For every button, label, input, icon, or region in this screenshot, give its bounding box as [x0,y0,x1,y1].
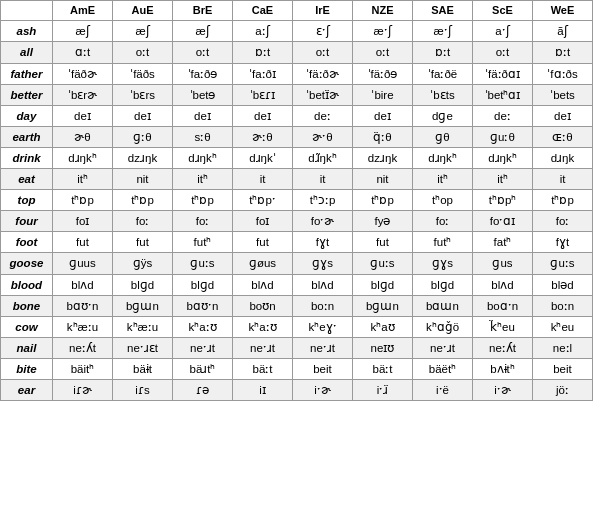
table-row: eatitʰnititʰititnititʰitʰit [1,169,593,190]
phonetic-cell: ɚˑθ [293,126,353,147]
word-cell: nail [1,337,53,358]
phonetic-cell: bɡɯn [113,295,173,316]
word-cell: four [1,211,53,232]
word-cell: drink [1,147,53,168]
dialect-header-NZE: NZE [353,1,413,21]
phonetic-cell: blɡd [413,274,473,295]
word-cell: eat [1,169,53,190]
phonetic-cell: ˈbɛts [413,84,473,105]
phonetic-cell: ɡÿs [113,253,173,274]
dialect-header-AmE: AmE [53,1,113,21]
phonetic-cell: boːn [293,295,353,316]
phonetic-cell: ˈbetɪ̈ɚ [293,84,353,105]
phonetic-cell: kʰeɣˑ [293,316,353,337]
phonetic-cell: ˈfäːðɘ [353,63,413,84]
phonetic-cell: bäitʰ [53,358,113,379]
phonetic-cell: deɪ [533,105,593,126]
phonetic-cell: deɪ [53,105,113,126]
phonetic-cell: ɡuːs [353,253,413,274]
phonetic-cell: foː [413,211,473,232]
phonetic-cell: jöː [533,379,593,400]
phonetic-cell: ɡuːs [533,253,593,274]
phonetic-cell: fɣt [293,232,353,253]
phonetic-cell: futʰ [173,232,233,253]
phonetic-cell: deː [293,105,353,126]
phonetic-cell: tʰɒpʰ [473,190,533,211]
phonetic-cell: ɚθ [53,126,113,147]
phonetic-cell: foɪ [53,211,113,232]
word-cell: day [1,105,53,126]
phonetic-cell: dɡe [413,105,473,126]
phonetic-cell: itʰ [473,169,533,190]
phonetic-cell: ˈfäðs [113,63,173,84]
phonetic-cell: fut [353,232,413,253]
word-cell: blood [1,274,53,295]
phonetic-cell: ɒːt [233,42,293,63]
word-cell: top [1,190,53,211]
phonetic-cell: ɡus [473,253,533,274]
phonetic-cell: ɡuːs [173,253,233,274]
phonetic-cell: bäːt [353,358,413,379]
phonetic-cell: iˑɚ [473,379,533,400]
phonetic-cell: nit [353,169,413,190]
phonetic-cell: neˑɹt [293,337,353,358]
table-row: fourfoɪfoːfoːfoɪfoˑɚfyəfoːfoˑɑɪfoː [1,211,593,232]
phonetic-cell: tʰop [413,190,473,211]
phonetic-cell: ˈfaːðɘ [173,63,233,84]
phonetic-cell: kʰæːu [113,316,173,337]
word-cell: all [1,42,53,63]
phonetic-cell: k̈ʰeu [473,316,533,337]
phonetic-cell: dɹŋkʰ [473,147,533,168]
phonetic-cell: ˈbetʰɑɪ [473,84,533,105]
phonetic-cell: bɑʊˑn [173,295,233,316]
dialect-header-BrE: BrE [173,1,233,21]
phonetic-cell: iɪ [233,379,293,400]
phonetic-cell: iˑɹ̈ [353,379,413,400]
phonetic-cell: bləd [533,274,593,295]
phonetic-cell: oːt [473,42,533,63]
phonetic-cell: sːθ [173,126,233,147]
phonetic-cell: ɛˑʃ [293,21,353,42]
phonetic-cell: itʰ [413,169,473,190]
table-row: bitebäitʰbäɨtbäɹtʰbäːtbeitbäːtbäëtʰbʌɨtʰ… [1,358,593,379]
phonetic-cell: blʌd [53,274,113,295]
phonetic-cell: tʰɒp [113,190,173,211]
dialect-header-AuE: AuE [113,1,173,21]
phonetic-cell: deɪ [353,105,413,126]
phonetic-cell: blɡd [173,274,233,295]
phonetic-cell: tʰɒp [53,190,113,211]
phonetic-cell: fut [53,232,113,253]
phonetic-cell: æʃ [113,21,173,42]
word-cell: goose [1,253,53,274]
phonetic-cell: fut [113,232,173,253]
phonetic-cell: oːt [353,42,413,63]
phonetic-cell: ˈbets [533,84,593,105]
phonetic-cell: ɒːt [413,42,473,63]
phonetic-cell: ɡθ [413,126,473,147]
phonetic-cell: boːn [533,295,593,316]
phonetic-cell: fɣt [533,232,593,253]
phonetic-cell: foː [533,211,593,232]
phonetic-cell: ɶːθ [533,126,593,147]
phonetic-cell: neˑɹt [233,337,293,358]
phonetic-cell: blʌd [293,274,353,295]
phonetic-cell: it [233,169,293,190]
table-row: daydeɪdeɪdeɪdeɪdeːdeɪdɡedeːdeɪ [1,105,593,126]
phonetic-cell: kʰaːʊ [173,316,233,337]
phonetic-cell: iɾs [113,379,173,400]
phonetic-cell: ɡøus [233,253,293,274]
phonetic-cell: dzɹŋk [353,147,413,168]
phonetic-cell: tʰɔːp [293,190,353,211]
phonetic-cell: tʰɒp [533,190,593,211]
phonetic-cell: bʌɨtʰ [473,358,533,379]
table-row: ashæʃæʃæʃaːʃɛˑʃæˑʃæˑʃaˑʃãʃ [1,21,593,42]
phonetic-cell: ɚːθ [233,126,293,147]
phonetic-cell: iɾɚ [53,379,113,400]
phonetic-cell: dɹŋkʰ [173,147,233,168]
phonetic-cell: dɹŋkʰ [53,147,113,168]
phonetic-cell: ɡɣs [413,253,473,274]
phonetic-cell: bäɨt [113,358,173,379]
phonetic-cell: blɡd [113,274,173,295]
phonetic-cell: æʃ [53,21,113,42]
phonetic-cell: blɡd [353,274,413,295]
